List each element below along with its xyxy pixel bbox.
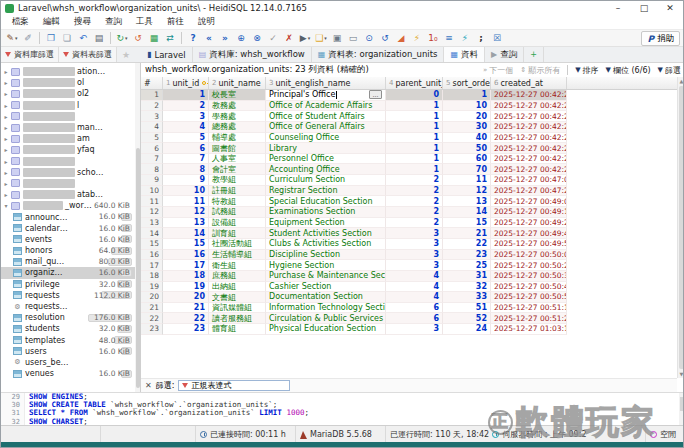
table-tree-item[interactable]: privilege32.0 KiB: [1, 279, 140, 290]
expand-arrow-icon[interactable]: ▸: [1, 113, 11, 120]
grid-cell[interactable]: 會計室: [209, 164, 266, 175]
table-row[interactable]: 1919出納組Cashier Section4322025-12-27 00:5…: [141, 282, 677, 293]
expand-arrow-icon[interactable]: ▸: [1, 135, 11, 142]
grid-cell[interactable]: 2025-12-27 00:42:29: [491, 164, 567, 175]
grid-cell[interactable]: 註冊組: [209, 186, 266, 197]
expand-arrow-icon[interactable]: ▸: [1, 158, 11, 165]
grid-cell[interactable]: 50: [443, 143, 491, 154]
grid-cell[interactable]: 13: [443, 196, 491, 207]
table-row[interactable]: 22教務處Office of Academic Affairs1102025-1…: [141, 101, 677, 112]
grid-cell[interactable]: 1: [386, 143, 443, 154]
grid-cell[interactable]: Equipment Section: [266, 218, 386, 229]
grid-cell[interactable]: 人事室: [209, 154, 266, 165]
grid-cell[interactable]: 2025-12-27 01:03:19: [491, 324, 567, 335]
grid-cell[interactable]: 1: [163, 90, 209, 101]
tab-data[interactable]: ▦資料: [444, 47, 485, 62]
grid-cell[interactable]: 2025-12-27 00:42:29: [491, 101, 567, 112]
table-row[interactable]: 2323體育組Physical Education Section3242025…: [141, 324, 677, 335]
table-tree-item[interactable]: events16.0 KiB: [1, 234, 140, 245]
run-icon[interactable]: ▶▾: [298, 31, 312, 46]
grid-cell[interactable]: 輔導處: [209, 133, 266, 144]
grid-cell[interactable]: 14: [163, 228, 209, 239]
grid-cell[interactable]: 校長室: [209, 90, 266, 101]
sql-log-scrollbar[interactable]: [679, 393, 684, 425]
grid-cell[interactable]: Hygiene Section: [266, 260, 386, 271]
grid-cell[interactable]: 3: [163, 111, 209, 122]
database-tree-item[interactable]: ▸l: [1, 100, 140, 111]
table-row[interactable]: 1010註冊組Registrar Section2122025-12-27 00…: [141, 186, 677, 197]
undo-icon[interactable]: ↶: [76, 31, 90, 46]
warning-bolt-icon[interactable]: ⚡: [410, 31, 424, 46]
grid-cell[interactable]: Office of Student Affairs: [266, 111, 386, 122]
sync-icon[interactable]: ⇄: [163, 31, 177, 46]
grid-cell[interactable]: Personnel Office: [266, 154, 386, 165]
grid-cell[interactable]: 2025-12-27 00:51:18: [491, 303, 567, 314]
grid-cell[interactable]: 25: [443, 260, 491, 271]
grid-cell[interactable]: Examinations Section: [266, 207, 386, 218]
donate-button[interactable]: P 捐助: [641, 31, 680, 46]
grid-cell[interactable]: 2: [163, 101, 209, 112]
table-row[interactable]: 55輔導處Counseling Office1402025-12-27 00:4…: [141, 133, 677, 144]
grid-scrollbar-thumb[interactable]: [679, 86, 684, 369]
table-row[interactable]: 1111特教組Special Education Section2132025-…: [141, 196, 677, 207]
expand-arrow-icon[interactable]: ▸: [1, 146, 11, 153]
grid-cell[interactable]: 2025-12-27 00:50:37: [491, 271, 567, 282]
menu-item[interactable]: 前往: [160, 16, 191, 28]
tab-session-laravel[interactable]: ▮Laravel: [141, 47, 193, 62]
table-tree-item[interactable]: requests112.0 KiB: [1, 290, 140, 301]
grid-cell[interactable]: 1: [386, 111, 443, 122]
grid-cell[interactable]: 圖書館: [209, 143, 266, 154]
sidebar-scrollbar-thumb[interactable]: [136, 148, 140, 388]
table-row[interactable]: 88會計室Accounting Office1702025-12-27 00:4…: [141, 164, 677, 175]
table-tree-item[interactable]: honors64.0 KiB: [1, 245, 140, 256]
column-header-created_at[interactable]: 6created_at: [491, 77, 567, 89]
expand-arrow-icon[interactable]: ▸: [1, 191, 11, 198]
expand-arrow-icon[interactable]: ▸: [1, 90, 11, 97]
grid-cell[interactable]: 4: [163, 122, 209, 133]
session-manager-icon[interactable]: ✎▾: [5, 31, 19, 46]
cancel-icon[interactable]: ⊗: [250, 31, 264, 46]
database-tree-item[interactable]: ▸ation…: [1, 66, 140, 77]
scroll-up-icon[interactable]: ▲: [678, 77, 684, 85]
grid-cell[interactable]: 特教組: [209, 196, 266, 207]
database-filter-tab[interactable]: 資料庫篩選: [1, 47, 59, 62]
grid-cell[interactable]: 13: [163, 218, 209, 229]
grid-cell[interactable]: Special Education Section: [266, 196, 386, 207]
grid-cell[interactable]: 2025-12-27 00:49:24: [491, 218, 567, 229]
table-row[interactable]: 2121資訊媒體組Information Technology Section6…: [141, 303, 677, 314]
tab-database[interactable]: ▤資料庫: whsh_workflow: [193, 47, 312, 62]
grid-cell[interactable]: 18: [163, 271, 209, 282]
close-button[interactable]: ✕: [657, 1, 683, 15]
column-header-sort_order[interactable]: 5sort_order: [443, 77, 491, 89]
grid-cell[interactable]: Student Activities Section: [266, 228, 386, 239]
grid-cell[interactable]: 3: [386, 260, 443, 271]
refresh-table-icon[interactable]: ↺: [131, 31, 145, 46]
grid-cell[interactable]: 22: [163, 313, 209, 324]
open-file-icon[interactable]: ❑▾: [314, 31, 328, 46]
sidebar-scrollbar[interactable]: [135, 63, 140, 392]
result-button-排序[interactable]: ▼排序: [575, 65, 598, 76]
grid-cell[interactable]: 2: [386, 196, 443, 207]
grid-cell[interactable]: 11: [163, 196, 209, 207]
grid-cell[interactable]: 21: [443, 228, 491, 239]
database-tree-item[interactable]: ▸yfaq: [1, 144, 140, 155]
grid-cell[interactable]: 2025-12-27 00:50:58: [491, 292, 567, 303]
grid-cell[interactable]: 生活輔導組: [209, 250, 266, 261]
table-tree-item[interactable]: venues16.0 KiB: [1, 368, 140, 379]
grid-cell[interactable]: 6: [386, 303, 443, 314]
grid-cell[interactable]: 20: [163, 292, 209, 303]
grid-cell[interactable]: Curriculum Section: [266, 175, 386, 186]
table-row[interactable]: 1515社團活動組Clubs & Activities Section32220…: [141, 239, 677, 250]
grid-cell[interactable]: Office of General Affairs: [266, 122, 386, 133]
grid-cell[interactable]: 體育組: [209, 324, 266, 335]
database-tree-item[interactable]: ▸ol2: [1, 88, 140, 99]
grid-cell[interactable]: 4: [386, 292, 443, 303]
grid-cell[interactable]: 3: [386, 324, 443, 335]
grid-cell[interactable]: Clubs & Activities Section: [266, 239, 386, 250]
list-icon[interactable]: ≡: [442, 31, 456, 46]
grid-cell[interactable]: 試務組: [209, 207, 266, 218]
maximize-button[interactable]: □: [631, 1, 657, 15]
grid-cell[interactable]: 14: [443, 207, 491, 218]
table-tree-item[interactable]: organiz…16.0 KiB: [1, 267, 140, 278]
grid-cell[interactable]: 7: [163, 154, 209, 165]
